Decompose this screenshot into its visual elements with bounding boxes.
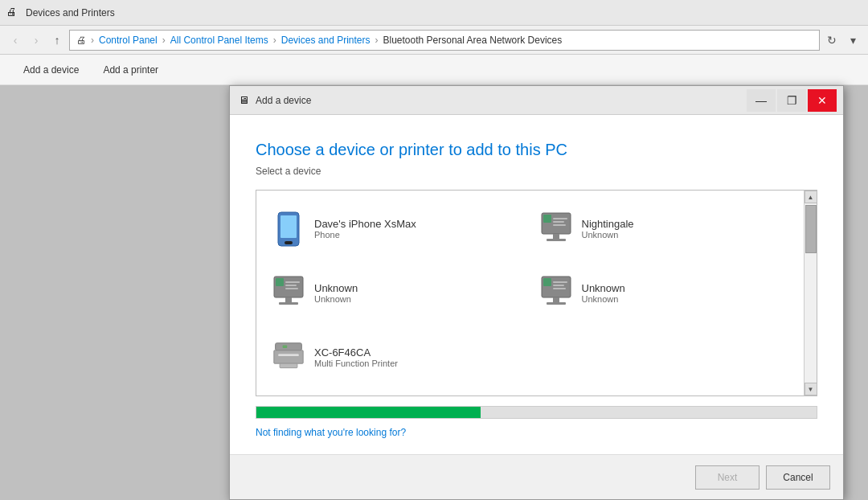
svg-rect-16 (279, 302, 298, 305)
svg-rect-23 (547, 302, 566, 305)
device-info: Nightingale Unknown (582, 218, 634, 240)
svg-rect-12 (285, 281, 300, 283)
close-button[interactable]: ✕ (808, 89, 837, 112)
progress-fill (256, 407, 481, 418)
device-type: Unknown (582, 230, 634, 240)
breadcrumb-control-panel[interactable]: Control Panel (99, 35, 158, 46)
toolbar: Add a device Add a printer (0, 55, 868, 85)
svg-rect-27 (280, 363, 297, 367)
progress-bar (256, 406, 817, 419)
device-info: Unknown Unknown (582, 282, 625, 304)
scroll-up-button[interactable]: ▲ (805, 191, 817, 203)
list-item[interactable]: XC-6F46CA Multi Function Printer (263, 325, 530, 389)
breadcrumb-devices-printers[interactable]: Devices and Printers (281, 35, 371, 46)
svg-rect-21 (553, 288, 566, 289)
add-device-dialog: 🖥 Add a device — ❐ ✕ Choose a device or … (229, 85, 844, 500)
svg-rect-11 (276, 278, 284, 286)
back-button[interactable]: ‹ (6, 31, 24, 49)
svg-rect-15 (285, 297, 292, 302)
svg-rect-25 (274, 350, 303, 363)
printer-icon (272, 338, 305, 376)
svg-rect-9 (547, 239, 566, 241)
device-type: Unknown (314, 294, 358, 304)
computer-icon (272, 273, 305, 312)
list-item[interactable]: Unknown Unknown (263, 261, 530, 326)
svg-rect-6 (553, 221, 564, 223)
device-type: Phone (314, 230, 416, 240)
device-name: Unknown (314, 282, 358, 294)
svg-rect-24 (276, 343, 302, 350)
phone-icon (272, 210, 305, 248)
address-bar: ‹ › ↑ 🖨 › Control Panel › All Control Pa… (0, 26, 868, 55)
device-list-content: Dave's iPhone XsMax Phone (256, 191, 804, 395)
dialog-window-buttons: — ❐ ✕ (747, 89, 837, 112)
main-area: 🖥 Add a device — ❐ ✕ Choose a device or … (0, 85, 868, 500)
svg-rect-7 (553, 224, 566, 226)
scrollbar[interactable]: ▲ ▼ (804, 191, 817, 395)
dialog-heading: Choose a device or printer to add to thi… (256, 141, 817, 159)
breadcrumb-icon: 🖨 (76, 35, 86, 46)
up-button[interactable]: ↑ (48, 31, 66, 49)
dialog-footer: Next Cancel (230, 454, 843, 499)
add-device-button[interactable]: Add a device (13, 59, 89, 81)
breadcrumb-bluetooth: Bluetooth Personal Area Network Devices (383, 35, 563, 46)
window-icon: 🖨 (6, 6, 21, 20)
device-name: Dave's iPhone XsMax (314, 218, 416, 230)
dialog-subheading: Select a device (256, 166, 817, 177)
svg-rect-1 (280, 215, 297, 238)
list-item[interactable]: Unknown Unknown (530, 261, 798, 326)
add-printer-button[interactable]: Add a printer (92, 59, 169, 81)
breadcrumb-all-items[interactable]: All Control Panel Items (170, 35, 268, 46)
computer-icon (540, 210, 572, 248)
svg-rect-2 (285, 241, 293, 244)
device-info: Unknown Unknown (314, 282, 358, 304)
svg-rect-18 (543, 278, 551, 286)
svg-rect-5 (553, 218, 567, 219)
svg-rect-13 (285, 285, 297, 286)
not-finding-link[interactable]: Not finding what you're looking for? (256, 427, 817, 438)
svg-rect-20 (553, 285, 564, 286)
list-item[interactable]: Nightingale Unknown (530, 197, 798, 261)
address-box: 🖨 › Control Panel › All Control Panel It… (69, 30, 820, 51)
expand-button[interactable]: ▾ (844, 31, 862, 49)
svg-rect-26 (278, 355, 298, 357)
device-type: Unknown (582, 294, 625, 304)
title-bar: 🖨 Devices and Printers (0, 0, 868, 26)
list-item[interactable]: Dave's iPhone XsMax Phone (263, 197, 530, 261)
dialog-body: Choose a device or printer to add to thi… (230, 115, 843, 454)
dialog-titlebar: 🖥 Add a device — ❐ ✕ (230, 86, 843, 115)
dialog-icon: 🖥 (236, 93, 251, 108)
minimize-button[interactable]: — (747, 89, 776, 112)
svg-rect-19 (553, 281, 567, 283)
device-type: Multi Function Printer (314, 359, 398, 368)
computer-icon (540, 273, 572, 312)
cancel-button[interactable]: Cancel (766, 465, 830, 490)
svg-rect-22 (553, 297, 559, 302)
maximize-button[interactable]: ❐ (777, 89, 806, 112)
svg-rect-14 (285, 288, 298, 289)
dialog-title: Add a device (256, 95, 747, 106)
device-list: Dave's iPhone XsMax Phone (256, 190, 817, 396)
refresh-button[interactable]: ↻ (823, 31, 841, 49)
device-name: Unknown (582, 282, 625, 294)
device-info: XC-6F46CA Multi Function Printer (314, 346, 398, 368)
device-name: XC-6F46CA (314, 346, 398, 359)
scroll-thumb[interactable] (805, 205, 817, 253)
svg-rect-28 (283, 346, 287, 349)
window-title: Devices and Printers (26, 7, 115, 18)
scroll-down-button[interactable]: ▼ (805, 383, 817, 395)
svg-rect-8 (553, 234, 559, 239)
device-name: Nightingale (582, 218, 634, 230)
forward-button[interactable]: › (27, 31, 45, 49)
device-info: Dave's iPhone XsMax Phone (314, 218, 416, 240)
next-button[interactable]: Next (695, 465, 760, 490)
svg-rect-4 (543, 215, 551, 223)
